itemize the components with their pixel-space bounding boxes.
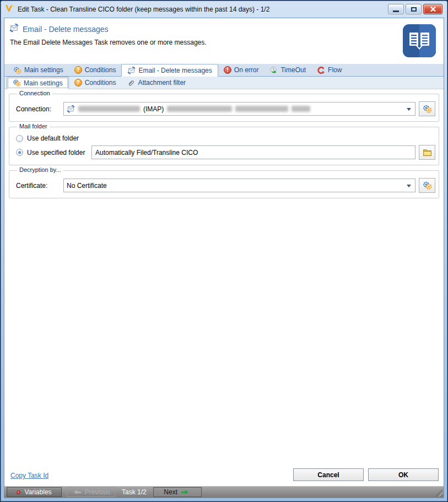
mail-folder-group: Mail folder Use default folder Use speci… xyxy=(9,127,439,165)
task-header: Email - Delete messages The Email Delete… xyxy=(4,18,444,64)
page-title: Email - Delete messages xyxy=(23,25,109,34)
question-icon: ? xyxy=(74,79,82,87)
sub-tab-strip: Main settings ? Conditions Attachment fi… xyxy=(4,77,444,89)
folder-icon xyxy=(423,148,432,157)
radio-icon xyxy=(16,135,23,142)
title-bar[interactable]: Edit Task - Clean Transline CICO folder … xyxy=(1,1,447,17)
radio-label: Use default folder xyxy=(27,134,79,142)
gear-icon xyxy=(423,104,432,114)
connection-group: Connection Connection: (IMAP) xyxy=(9,94,439,122)
copy-task-id-link[interactable]: Copy Task Id xyxy=(10,472,48,479)
task-counter: Task 1/2 xyxy=(122,488,147,496)
email-icon xyxy=(127,66,136,74)
tab-on-error[interactable]: ! On error xyxy=(218,64,265,76)
window-title: Edit Task - Clean Transline CICO folder … xyxy=(18,6,385,13)
tab-label: TimeOut xyxy=(280,66,306,74)
next-task-button[interactable]: Next xyxy=(153,487,202,497)
task-description: The Email Delete Messages Task removes o… xyxy=(4,35,444,46)
chevron-down-icon xyxy=(407,185,411,190)
gear-icon xyxy=(13,66,21,74)
redacted-text xyxy=(167,106,232,112)
use-default-folder-radio[interactable]: Use default folder xyxy=(16,134,88,142)
subtab-main-settings[interactable]: Main settings xyxy=(7,77,69,89)
connection-label: Connection: xyxy=(16,105,60,113)
connection-settings-button[interactable] xyxy=(419,101,435,116)
gear-icon xyxy=(13,79,21,87)
dialog-window: Edit Task - Clean Transline CICO folder … xyxy=(1,1,447,501)
use-specified-folder-radio[interactable]: Use specified folder xyxy=(16,149,88,156)
group-legend: Connection xyxy=(17,90,52,96)
close-button[interactable] xyxy=(423,4,442,14)
decryption-group: Decryption by... Certificate: No Certifi… xyxy=(9,170,439,198)
redacted-text xyxy=(292,106,310,112)
previous-label: Previous xyxy=(85,488,111,496)
tab-conditions[interactable]: ? Conditions xyxy=(69,64,122,76)
redacted-text xyxy=(235,106,288,112)
connection-select[interactable]: (IMAP) xyxy=(63,102,415,116)
question-icon: ? xyxy=(74,66,82,74)
app-icon xyxy=(6,4,14,15)
variables-button[interactable]: Variables xyxy=(7,487,62,497)
error-icon: ! xyxy=(224,66,231,74)
email-icon xyxy=(67,105,75,113)
redacted-text xyxy=(78,106,140,112)
ok-button[interactable]: OK xyxy=(368,468,439,481)
cancel-button[interactable]: Cancel xyxy=(293,468,364,481)
browse-folder-button[interactable] xyxy=(419,145,435,160)
resize-grip[interactable] xyxy=(435,489,442,496)
certificate-label: Certificate: xyxy=(16,182,60,190)
tab-label: Attachment filter xyxy=(138,79,186,87)
group-legend: Decryption by... xyxy=(17,166,63,173)
tab-email-delete-messages[interactable]: Email - Delete messages xyxy=(121,64,218,77)
variables-dot-icon xyxy=(17,490,20,494)
tab-main-settings[interactable]: Main settings xyxy=(8,64,69,76)
chevron-down-icon xyxy=(407,108,411,113)
flow-arrow-icon xyxy=(317,66,325,74)
certificate-select[interactable]: No Certificate xyxy=(63,179,415,192)
folder-path-input[interactable] xyxy=(91,145,415,159)
dialog-client-area: Email - Delete messages The Email Delete… xyxy=(4,18,444,498)
tab-label: Main settings xyxy=(24,79,63,87)
documentation-book-icon xyxy=(402,24,436,60)
timeout-clock-icon xyxy=(269,66,278,74)
next-label: Next xyxy=(164,488,177,496)
email-icon xyxy=(9,23,19,35)
paperclip-icon xyxy=(127,79,135,87)
maximize-icon xyxy=(411,7,417,12)
tab-label: Main settings xyxy=(24,66,63,74)
close-icon xyxy=(430,7,436,12)
certificate-value: No Certificate xyxy=(67,182,107,190)
minimize-icon xyxy=(393,10,399,12)
maximize-button[interactable] xyxy=(406,4,422,14)
subtab-attachment-filter[interactable]: Attachment filter xyxy=(121,77,191,89)
previous-task-button[interactable]: Previous xyxy=(67,487,115,497)
minimize-button[interactable] xyxy=(388,4,404,14)
arrow-right-icon xyxy=(181,490,191,494)
radio-label: Use specified folder xyxy=(27,149,85,156)
tab-label: Email - Delete messages xyxy=(138,67,212,74)
task-tab-strip: Main settings ? Conditions Email - Delet… xyxy=(4,64,444,77)
subtab-conditions[interactable]: ? Conditions xyxy=(69,77,122,89)
gear-icon xyxy=(423,181,432,190)
tab-label: Conditions xyxy=(85,66,116,74)
certificate-settings-button[interactable] xyxy=(419,178,435,193)
status-bar: Variables Previous Task 1/2 Next xyxy=(4,486,444,498)
radio-icon-checked xyxy=(16,149,23,156)
tab-timeout[interactable]: TimeOut xyxy=(264,64,311,76)
settings-panel: Connection Connection: (IMAP) xyxy=(4,90,444,486)
arrow-left-icon xyxy=(72,490,81,494)
tab-label: On error xyxy=(234,66,259,74)
tab-label: Conditions xyxy=(85,79,116,87)
tab-flow[interactable]: Flow xyxy=(311,64,347,76)
variables-label: Variables xyxy=(24,488,51,496)
group-legend: Mail folder xyxy=(17,123,50,129)
connection-protocol: (IMAP) xyxy=(143,105,164,113)
tab-label: Flow xyxy=(328,66,342,74)
